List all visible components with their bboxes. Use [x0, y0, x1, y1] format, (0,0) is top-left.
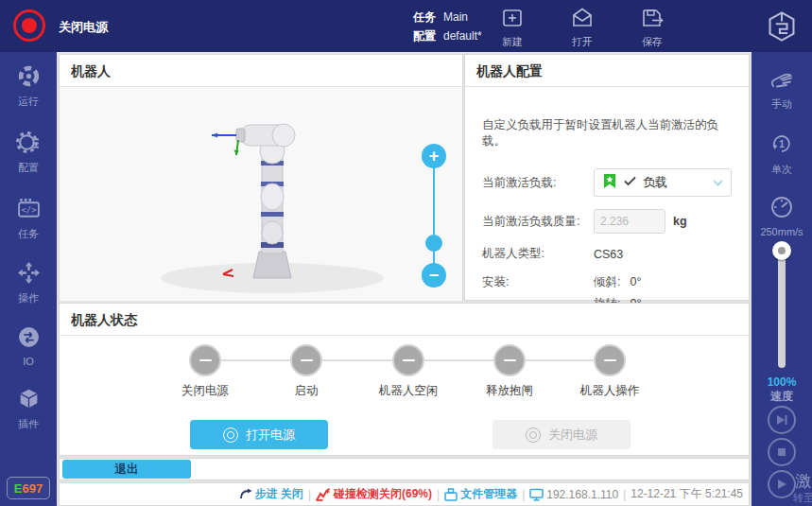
- record-icon: [22, 18, 37, 33]
- stop-button[interactable]: [768, 438, 796, 466]
- power-on-label: 打开电源: [246, 427, 295, 444]
- activate-overlay-text: 激: [795, 470, 811, 492]
- speedometer-icon: [769, 194, 795, 223]
- bookmark-icon: [602, 173, 617, 192]
- file-manager-icon: [444, 488, 458, 501]
- zoom-in-button[interactable]: +: [422, 144, 446, 168]
- gear-icon: [16, 130, 42, 158]
- power-on-button[interactable]: 打开电源: [190, 420, 328, 449]
- task-config-block: 任务Main 配置default*: [413, 8, 482, 45]
- brand-menu-button[interactable]: [765, 9, 799, 44]
- tilt-value: 0°: [630, 275, 641, 288]
- robot-panel-title: 机器人: [60, 55, 462, 87]
- play-button[interactable]: [768, 470, 796, 498]
- repeat-once-icon: 1: [769, 131, 795, 160]
- mass-input[interactable]: [594, 209, 665, 234]
- step-node-brake: [493, 344, 526, 376]
- statusbar-separator: |: [522, 488, 525, 501]
- sidebar-task-label: 任务: [18, 227, 39, 241]
- svg-text:1: 1: [779, 139, 785, 149]
- mount-label: 安装:: [482, 274, 594, 290]
- top-actions: 新建 打开 保存: [487, 6, 678, 49]
- save-button[interactable]: 保存: [627, 6, 678, 49]
- step-node-start: [290, 344, 322, 376]
- new-button-label: 新建: [502, 35, 523, 49]
- io-arrows-icon: [16, 324, 42, 353]
- hand-icon: [768, 67, 796, 95]
- datetime-text: 12-12-21 下午 5:21:45: [631, 486, 743, 502]
- mass-unit: kg: [673, 215, 687, 228]
- save-button-label: 保存: [642, 35, 663, 49]
- step-forward-button[interactable]: [768, 406, 796, 434]
- new-button[interactable]: 新建: [487, 6, 538, 49]
- view-zoom-control: + −: [421, 144, 447, 288]
- payload-value: 负载: [643, 174, 706, 191]
- cube-icon: [16, 386, 42, 414]
- robot-status-panel: 机器人状态 关闭电源 启动 机器人空闲 释放抱闸 机器人操作 打开电源 关闭电源: [59, 303, 750, 456]
- sidebar-io-label: IO: [23, 356, 34, 367]
- robot-panel: 机器人: [59, 54, 463, 301]
- payload-select[interactable]: 负载: [594, 168, 732, 197]
- robot-config-title: 机器人配置: [465, 55, 749, 87]
- step-node-power-off: [189, 344, 221, 376]
- zoom-out-button[interactable]: −: [422, 263, 446, 288]
- speed-slider-knob[interactable]: [772, 241, 791, 260]
- file-manager-button[interactable]: 文件管理器: [444, 486, 517, 502]
- sidebar-run-label: 运行: [18, 95, 39, 109]
- collision-icon: [316, 488, 331, 501]
- robot-arm-image: [130, 91, 414, 299]
- robot-type-label: 机器人类型:: [482, 246, 594, 262]
- power-on-icon: [223, 427, 238, 443]
- statusbar-separator: |: [623, 488, 626, 501]
- network-status[interactable]: 192.168.1.110: [529, 488, 618, 501]
- right-sidebar: 手动 1 单次 250mm/s 100% 速度 激 转至: [752, 52, 812, 506]
- speed-limit-button[interactable]: 250mm/s: [752, 194, 812, 237]
- step-mode-toggle[interactable]: 步进 关闭: [239, 486, 303, 502]
- robot-status-title: 机器人状态: [60, 304, 749, 336]
- zoom-slider-track[interactable]: [433, 166, 435, 267]
- stop-icon: [774, 445, 789, 460]
- sidebar-item-run[interactable]: 运行: [0, 63, 57, 109]
- sidebar-item-plugin[interactable]: 插件: [0, 386, 57, 431]
- statusbar-separator: |: [437, 488, 440, 501]
- step-label-operate: 机器人操作: [562, 383, 657, 399]
- power-off-label: 关闭电源: [548, 427, 597, 444]
- step-node-idle: [392, 344, 424, 376]
- step-mode-icon: [239, 488, 252, 500]
- collision-toggle[interactable]: 碰撞检测关闭(69%): [316, 486, 432, 502]
- step-label-brake: 释放抱闸: [462, 383, 557, 399]
- step-forward-icon: [774, 412, 789, 427]
- file-manager-text: 文件管理器: [460, 486, 517, 502]
- power-status-label: 关闭电源: [59, 19, 108, 36]
- collision-text: 碰撞检测关闭(69%): [334, 486, 432, 502]
- task-value: Main: [443, 10, 468, 24]
- sidebar-item-config[interactable]: 配置: [0, 130, 57, 175]
- power-off-button[interactable]: 关闭电源: [492, 420, 631, 449]
- zoom-slider-knob[interactable]: [425, 235, 442, 252]
- sidebar-item-operate[interactable]: 操作: [0, 260, 57, 305]
- open-button[interactable]: 打开: [557, 6, 608, 49]
- main-area: 机器人: [57, 52, 752, 506]
- brand-logo-icon: [765, 33, 799, 46]
- check-icon: [624, 176, 636, 189]
- svg-text:</>: </>: [21, 205, 36, 215]
- play-icon: [774, 477, 789, 492]
- manual-mode-button[interactable]: 手动: [752, 67, 812, 112]
- single-run-button[interactable]: 1 单次: [752, 131, 812, 177]
- code-window-icon: </>: [16, 196, 42, 224]
- open-file-icon: [570, 6, 595, 33]
- robot-3d-view[interactable]: + −: [60, 87, 462, 301]
- sidebar-item-task[interactable]: </> 任务: [0, 196, 57, 241]
- task-label: 任务: [413, 10, 436, 24]
- speed-slider[interactable]: [772, 241, 791, 370]
- step-label-power-off: 关闭电源: [158, 383, 252, 399]
- error-prefix: E: [14, 481, 23, 496]
- exit-button[interactable]: 退出: [62, 460, 191, 479]
- ip-address: 192.168.1.110: [546, 488, 618, 501]
- record-power-button[interactable]: [13, 9, 45, 42]
- goto-overlay-text: 转至: [793, 491, 812, 505]
- error-code-badge[interactable]: E697: [7, 477, 50, 499]
- sidebar-item-io[interactable]: IO: [0, 324, 57, 367]
- save-icon: [640, 6, 665, 33]
- speed-slider-track: [778, 251, 786, 368]
